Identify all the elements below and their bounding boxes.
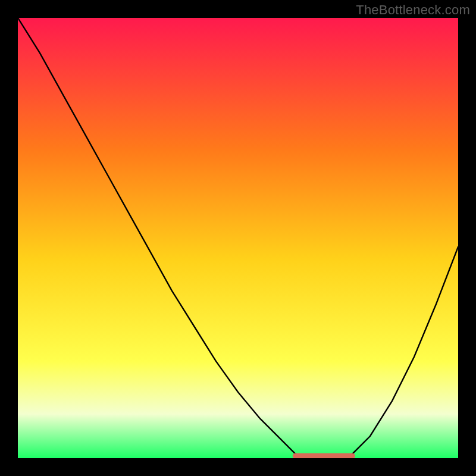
chart-frame: TheBottleneck.com <box>0 0 476 476</box>
chart-svg <box>18 18 458 458</box>
bottleneck-chart <box>18 18 458 458</box>
watermark-text: TheBottleneck.com <box>356 2 470 18</box>
